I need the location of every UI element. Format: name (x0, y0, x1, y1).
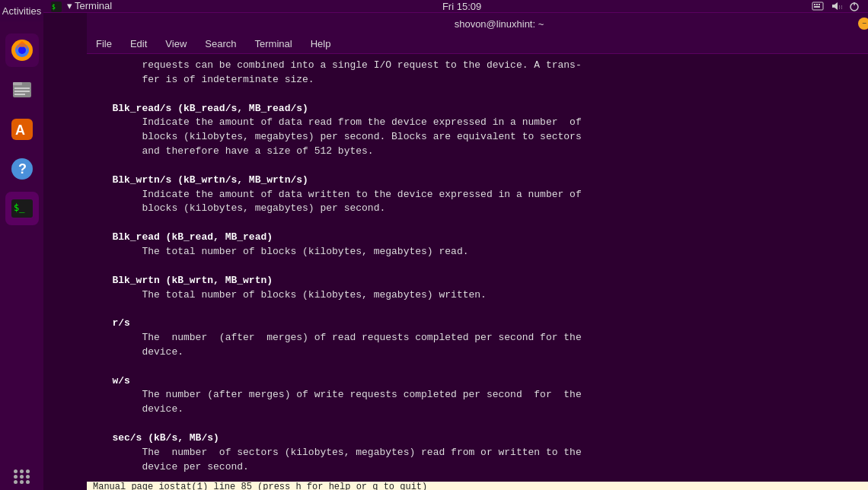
terminal-icon-label: $ (51, 0, 67, 11)
svg-marker-21 (832, 2, 838, 10)
files-svg (10, 78, 34, 102)
menu-terminal[interactable]: Terminal (252, 37, 295, 51)
terminal-svg: $_ (10, 196, 34, 221)
svg-rect-20 (814, 6, 820, 8)
app-grid-icon[interactable] (14, 469, 30, 484)
terminal-app-label: $ ▾ Terminal (51, 0, 112, 12)
firefox-svg (10, 38, 34, 62)
menu-help[interactable]: Help (308, 37, 334, 51)
minimize-button[interactable]: − (858, 18, 868, 30)
menu-file[interactable]: File (93, 37, 115, 51)
terminal-content-area[interactable]: requests can be combined into a single I… (87, 54, 868, 482)
sound-icon: )))) (830, 0, 842, 12)
menu-search[interactable]: Search (202, 37, 239, 51)
svg-text:A: A (15, 123, 25, 138)
menu-edit[interactable]: Edit (127, 37, 150, 51)
svg-text:)))): )))) (838, 5, 842, 10)
svg-rect-6 (14, 91, 30, 92)
menu-view[interactable]: View (162, 37, 190, 51)
power-icon[interactable] (848, 0, 860, 12)
svg-rect-7 (14, 94, 25, 95)
system-time: Fri 15:09 (442, 1, 481, 12)
svg-rect-17 (814, 4, 815, 5)
files-icon[interactable] (5, 73, 39, 107)
svg-rect-4 (13, 82, 22, 85)
terminal-small-icon: $ (51, 2, 62, 12)
topbar-left: $ ▾ Terminal (51, 0, 112, 12)
sidebar: Activities A ? (0, 0, 43, 490)
keyboard-icon (812, 0, 824, 12)
firefox-icon[interactable] (5, 33, 39, 67)
svg-rect-18 (816, 4, 818, 5)
activities-button[interactable]: Activities (0, 0, 43, 21)
terminal-menubar: File Edit View Search Terminal Help (87, 34, 868, 54)
svg-rect-5 (14, 88, 30, 89)
help-icon[interactable]: ? (5, 152, 39, 186)
svg-point-2 (18, 46, 26, 54)
svg-text:$: $ (52, 4, 56, 11)
topbar-right: )))) (812, 0, 860, 12)
svg-text:?: ? (18, 161, 27, 177)
svg-text:$_: $_ (14, 202, 25, 213)
terminal-title: shovon@linuxhint: ~ (455, 18, 544, 30)
terminal-text: requests can be combined into a single I… (94, 59, 868, 482)
appstore-svg: A (10, 117, 34, 142)
system-topbar: $ ▾ Terminal Fri 15:09 )))) (43, 0, 868, 13)
terminal-app-name: ▾ Terminal (67, 0, 113, 11)
activities-label: Activities (2, 5, 41, 17)
terminal-icon[interactable]: $_ (5, 192, 39, 225)
terminal-window: shovon@linuxhint: ~ − □ × File Edit View… (87, 13, 868, 482)
topbar-center: Fri 15:09 (442, 1, 481, 12)
statusbar-text: Manual page iostat(1) line 85 (press h f… (93, 482, 427, 490)
statusbar: Manual page iostat(1) line 85 (press h f… (87, 482, 868, 490)
svg-rect-19 (819, 4, 820, 5)
help-svg: ? (10, 157, 34, 181)
app-store-icon[interactable]: A (5, 113, 39, 146)
window-controls: − □ × (858, 18, 868, 30)
terminal-titlebar: shovon@linuxhint: ~ − □ × (87, 13, 868, 34)
